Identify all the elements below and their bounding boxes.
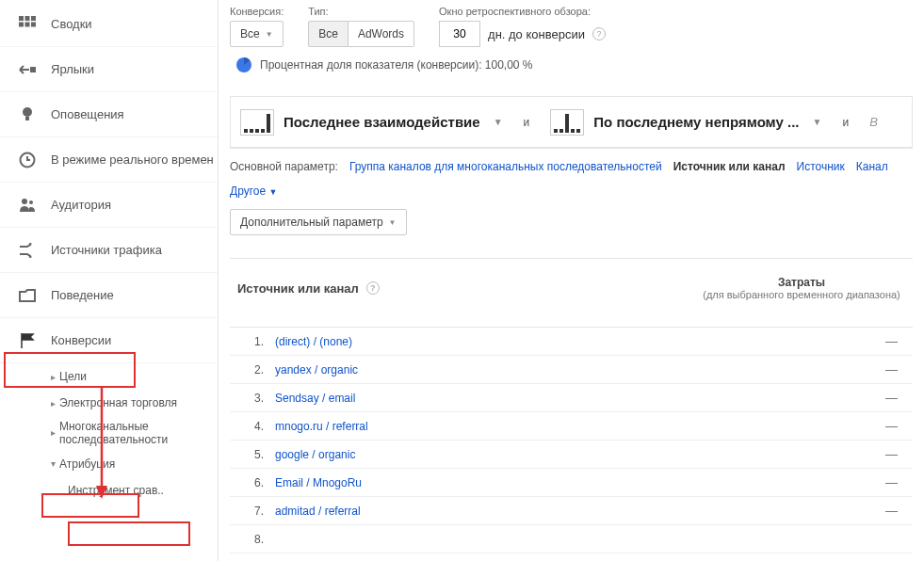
svg-marker-14 <box>96 486 107 499</box>
sidebar-item-intelligence[interactable]: Оповещения <box>0 92 218 137</box>
row-number: 1. <box>237 335 264 348</box>
help-icon[interactable]: ? <box>366 281 380 295</box>
table-row: 2.yandex / organic— <box>230 356 913 384</box>
row-source-link[interactable]: Email / MnogoRu <box>275 476 698 489</box>
chevron-right-icon: ▸ <box>51 398 56 409</box>
secondary-dimension-button[interactable]: Дополнительный параметр <box>230 209 407 235</box>
table-row: 3.Sendsay / email— <box>230 384 913 412</box>
model-compare-bar: Последнее взаимодействие ▼ и По последне… <box>230 96 913 149</box>
row-number: 3. <box>237 392 264 405</box>
row-cost: — <box>698 419 905 433</box>
sidebar-item-dashboards[interactable]: Сводки <box>0 2 218 47</box>
svg-rect-4 <box>25 22 30 26</box>
sidebar-item-realtime[interactable]: В режиме реального времен <box>0 137 218 183</box>
row-source-link[interactable]: yandex / organic <box>275 363 698 377</box>
dim-channel-group[interactable]: Группа каналов для многоканальных послед… <box>349 160 662 173</box>
and-separator-2: и <box>842 116 849 129</box>
data-table: Источник или канал ? Затраты (для выбран… <box>230 258 913 553</box>
sidebar-label: Поведение <box>51 288 114 302</box>
type-toggle: Все AdWords <box>308 21 414 47</box>
model-b-select[interactable]: По последнему непрямому ... ▼ <box>550 109 821 136</box>
svg-rect-8 <box>25 117 29 120</box>
clock-icon <box>17 150 38 170</box>
dim-source[interactable]: Источник <box>797 160 845 173</box>
row-cost: — <box>698 504 905 518</box>
sidebar-label: Конверсии <box>51 333 111 347</box>
and-separator: и <box>524 116 530 129</box>
model-a-title: Последнее взаимодействие <box>284 114 480 130</box>
row-source-link[interactable]: mnogo.ru / referral <box>275 420 698 433</box>
row-number: 5. <box>237 448 264 461</box>
table-row: 6.Email / MnogoRu— <box>230 469 913 497</box>
sidebar-label: Оповещения <box>51 107 124 121</box>
th-source: Источник или канал <box>237 281 359 296</box>
sidebar-label: Сводки <box>51 17 92 31</box>
table-row: 7.admitad / referral— <box>230 497 913 525</box>
primary-dimension-row: Основной параметр: Группа каналов для мн… <box>230 160 913 198</box>
bar-chart-icon <box>550 109 584 136</box>
sidebar-item-behavior[interactable]: Поведение <box>0 273 218 318</box>
lookback-unit: дн. до конверсии <box>488 27 585 41</box>
bar-chart-icon <box>240 109 274 136</box>
dim-medium[interactable]: Канал <box>856 160 888 173</box>
row-number: 4. <box>237 420 264 433</box>
svg-point-10 <box>22 199 27 204</box>
share-text: Процентная доля показателя (конверсии): … <box>260 58 533 72</box>
svg-point-11 <box>29 200 33 204</box>
conversion-select[interactable]: Все <box>230 21 284 47</box>
row-source-link[interactable]: admitad / referral <box>275 505 698 518</box>
row-cost: — <box>698 391 905 405</box>
sidebar-item-acquisition[interactable]: Источники трафика <box>0 228 218 273</box>
row-number: 7. <box>237 505 264 518</box>
bulb-icon <box>17 104 38 125</box>
row-number: 8. <box>237 533 264 546</box>
sidebar-label: Источники трафика <box>51 243 162 257</box>
arrow-split-icon <box>17 240 38 261</box>
row-cost: — <box>698 362 905 377</box>
svg-rect-1 <box>25 16 30 21</box>
sidebar-label: Ярлыки <box>51 62 94 76</box>
row-cost: — <box>698 447 905 461</box>
svg-point-7 <box>23 107 32 117</box>
row-source-link[interactable]: google / organic <box>275 448 698 461</box>
sidebar-label: В режиме реального времен <box>51 152 214 167</box>
dim-other[interactable]: Другое ▼ <box>230 184 277 198</box>
sidebar-label: Аудитория <box>51 198 111 212</box>
sub-item-goals[interactable]: ▸Цели <box>0 363 218 390</box>
chevron-down-icon: ▼ <box>494 117 503 127</box>
table-row: 1.(direct) / (none)— <box>230 328 913 356</box>
chevron-down-icon: ▾ <box>51 458 56 469</box>
conversion-label: Конверсия: <box>230 6 284 17</box>
svg-rect-3 <box>19 22 24 26</box>
row-cost: — <box>698 475 905 489</box>
pie-icon <box>235 56 252 73</box>
type-adwords-button[interactable]: AdWords <box>349 21 414 47</box>
svg-rect-5 <box>31 22 36 26</box>
row-source-link[interactable]: (direct) / (none) <box>275 335 698 348</box>
sidebar-item-conversions[interactable]: Конверсии <box>0 318 218 363</box>
type-all-button[interactable]: Все <box>308 21 349 47</box>
table-row: 5.google / organic— <box>230 441 913 469</box>
svg-rect-2 <box>31 16 36 21</box>
annotation-arrow <box>90 388 113 501</box>
chevron-right-icon: ▸ <box>51 427 56 439</box>
row-cost: — <box>698 334 905 348</box>
primary-dim-label: Основной параметр: <box>230 160 338 173</box>
model-b-title: По последнему непрямому ... <box>593 114 799 130</box>
lookback-label: Окно ретроспективного обзора: <box>439 6 606 17</box>
main-content: Конверсия: Все Тип: Все AdWords Окно рет… <box>219 0 924 561</box>
lookback-input[interactable] <box>439 21 480 47</box>
dim-source-medium[interactable]: Источник или канал <box>673 160 786 173</box>
row-source-link[interactable]: Sendsay / email <box>275 392 698 405</box>
svg-rect-0 <box>19 16 24 21</box>
table-header: Источник или канал ? Затраты (для выбран… <box>230 258 913 328</box>
th-cost: Затраты <box>698 276 905 289</box>
sidebar-item-shortcuts[interactable]: Ярлыки <box>0 47 218 92</box>
help-icon[interactable]: ? <box>592 27 606 40</box>
flag-icon <box>17 330 38 351</box>
model-a-select[interactable]: Последнее взаимодействие ▼ <box>240 109 503 136</box>
svg-rect-6 <box>30 67 36 72</box>
share-row: Процентная доля показателя (конверсии): … <box>235 56 913 73</box>
tag-arrow-icon <box>17 59 38 80</box>
sidebar-item-audience[interactable]: Аудитория <box>0 183 218 228</box>
